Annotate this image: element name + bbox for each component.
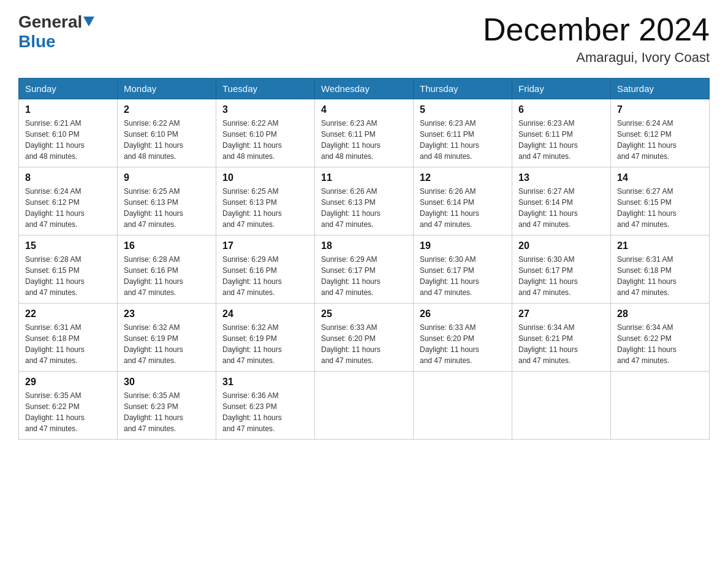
title-block: December 2024 Amaragui, Ivory Coast [483, 12, 710, 66]
day-number: 13 [518, 172, 604, 183]
calendar-cell: 7Sunrise: 6:24 AMSunset: 6:12 PMDaylight… [611, 99, 710, 167]
calendar-cell: 23Sunrise: 6:32 AMSunset: 6:19 PMDayligh… [118, 304, 216, 372]
day-info: Sunrise: 6:29 AMSunset: 6:17 PMDaylight:… [321, 254, 407, 298]
day-info: Sunrise: 6:21 AMSunset: 6:10 PMDaylight:… [25, 118, 111, 162]
calendar-cell: 12Sunrise: 6:26 AMSunset: 6:14 PMDayligh… [414, 167, 512, 236]
day-info: Sunrise: 6:30 AMSunset: 6:17 PMDaylight:… [518, 254, 604, 298]
calendar-cell: 3Sunrise: 6:22 AMSunset: 6:10 PMDaylight… [216, 99, 315, 167]
calendar-cell: 13Sunrise: 6:27 AMSunset: 6:14 PMDayligh… [512, 167, 611, 236]
day-info: Sunrise: 6:28 AMSunset: 6:16 PMDaylight:… [124, 254, 210, 298]
calendar-week-3: 15Sunrise: 6:28 AMSunset: 6:15 PMDayligh… [19, 236, 710, 304]
logo-arrow-icon [83, 17, 94, 29]
day-info: Sunrise: 6:30 AMSunset: 6:17 PMDaylight:… [420, 254, 506, 298]
calendar-cell: 17Sunrise: 6:29 AMSunset: 6:16 PMDayligh… [216, 236, 315, 304]
calendar-week-2: 8Sunrise: 6:24 AMSunset: 6:12 PMDaylight… [19, 167, 710, 236]
logo-blue-text: Blue [18, 32, 56, 51]
calendar-cell: 31Sunrise: 6:36 AMSunset: 6:23 PMDayligh… [216, 372, 315, 440]
calendar-table: SundayMondayTuesdayWednesdayThursdayFrid… [18, 78, 710, 440]
calendar-cell: 30Sunrise: 6:35 AMSunset: 6:23 PMDayligh… [118, 372, 216, 440]
calendar-cell: 14Sunrise: 6:27 AMSunset: 6:15 PMDayligh… [611, 167, 710, 236]
day-number: 21 [617, 240, 703, 251]
weekday-header-monday: Monday [118, 79, 216, 99]
day-info: Sunrise: 6:35 AMSunset: 6:22 PMDaylight:… [25, 390, 111, 434]
day-info: Sunrise: 6:23 AMSunset: 6:11 PMDaylight:… [321, 118, 407, 162]
calendar-cell: 2Sunrise: 6:22 AMSunset: 6:10 PMDaylight… [118, 99, 216, 167]
calendar-cell: 27Sunrise: 6:34 AMSunset: 6:21 PMDayligh… [512, 304, 611, 372]
calendar-cell: 25Sunrise: 6:33 AMSunset: 6:20 PMDayligh… [315, 304, 414, 372]
day-info: Sunrise: 6:31 AMSunset: 6:18 PMDaylight:… [617, 254, 703, 298]
calendar-cell: 11Sunrise: 6:26 AMSunset: 6:13 PMDayligh… [315, 167, 414, 236]
calendar-cell: 6Sunrise: 6:23 AMSunset: 6:11 PMDaylight… [512, 99, 611, 167]
day-number: 16 [124, 240, 210, 251]
weekday-header-row: SundayMondayTuesdayWednesdayThursdayFrid… [19, 79, 710, 99]
calendar-cell: 8Sunrise: 6:24 AMSunset: 6:12 PMDaylight… [19, 167, 118, 236]
weekday-header-friday: Friday [512, 79, 611, 99]
calendar-week-5: 29Sunrise: 6:35 AMSunset: 6:22 PMDayligh… [19, 372, 710, 440]
day-number: 8 [25, 172, 111, 183]
calendar-cell: 24Sunrise: 6:32 AMSunset: 6:19 PMDayligh… [216, 304, 315, 372]
svg-marker-0 [83, 17, 94, 26]
day-info: Sunrise: 6:27 AMSunset: 6:14 PMDaylight:… [518, 186, 604, 230]
calendar-cell: 10Sunrise: 6:25 AMSunset: 6:13 PMDayligh… [216, 167, 315, 236]
calendar-body: 1Sunrise: 6:21 AMSunset: 6:10 PMDaylight… [19, 99, 710, 440]
day-number: 1 [25, 104, 111, 115]
calendar-cell: 21Sunrise: 6:31 AMSunset: 6:18 PMDayligh… [611, 236, 710, 304]
calendar-cell: 20Sunrise: 6:30 AMSunset: 6:17 PMDayligh… [512, 236, 611, 304]
day-info: Sunrise: 6:24 AMSunset: 6:12 PMDaylight:… [25, 186, 111, 230]
weekday-header-tuesday: Tuesday [216, 79, 315, 99]
calendar-cell: 5Sunrise: 6:23 AMSunset: 6:11 PMDaylight… [414, 99, 512, 167]
day-number: 6 [518, 104, 604, 115]
calendar-cell: 1Sunrise: 6:21 AMSunset: 6:10 PMDaylight… [19, 99, 118, 167]
day-number: 25 [321, 308, 407, 320]
day-info: Sunrise: 6:33 AMSunset: 6:20 PMDaylight:… [321, 322, 407, 366]
calendar-cell: 22Sunrise: 6:31 AMSunset: 6:18 PMDayligh… [19, 304, 118, 372]
day-info: Sunrise: 6:36 AMSunset: 6:23 PMDaylight:… [222, 390, 308, 434]
calendar-cell [512, 372, 611, 440]
weekday-header-saturday: Saturday [611, 79, 710, 99]
location-subtitle: Amaragui, Ivory Coast [483, 50, 710, 66]
day-info: Sunrise: 6:24 AMSunset: 6:12 PMDaylight:… [617, 118, 703, 162]
day-number: 30 [124, 377, 210, 388]
logo: General Blue [18, 12, 94, 52]
day-number: 7 [617, 104, 703, 115]
logo-general-text: General [18, 12, 82, 32]
day-number: 20 [518, 240, 604, 251]
day-number: 15 [25, 240, 111, 251]
day-info: Sunrise: 6:35 AMSunset: 6:23 PMDaylight:… [124, 390, 210, 434]
day-number: 5 [420, 104, 506, 115]
calendar-cell [611, 372, 710, 440]
weekday-header-thursday: Thursday [414, 79, 512, 99]
day-number: 31 [222, 377, 308, 388]
calendar-cell: 16Sunrise: 6:28 AMSunset: 6:16 PMDayligh… [118, 236, 216, 304]
day-info: Sunrise: 6:26 AMSunset: 6:14 PMDaylight:… [420, 186, 506, 230]
calendar-cell: 29Sunrise: 6:35 AMSunset: 6:22 PMDayligh… [19, 372, 118, 440]
day-info: Sunrise: 6:26 AMSunset: 6:13 PMDaylight:… [321, 186, 407, 230]
day-info: Sunrise: 6:34 AMSunset: 6:22 PMDaylight:… [617, 322, 703, 366]
day-number: 19 [420, 240, 506, 251]
calendar-cell: 26Sunrise: 6:33 AMSunset: 6:20 PMDayligh… [414, 304, 512, 372]
day-info: Sunrise: 6:25 AMSunset: 6:13 PMDaylight:… [124, 186, 210, 230]
day-info: Sunrise: 6:23 AMSunset: 6:11 PMDaylight:… [420, 118, 506, 162]
day-number: 3 [222, 104, 308, 115]
day-number: 28 [617, 308, 703, 320]
calendar-cell: 28Sunrise: 6:34 AMSunset: 6:22 PMDayligh… [611, 304, 710, 372]
day-number: 23 [124, 308, 210, 320]
day-number: 27 [518, 308, 604, 320]
day-number: 18 [321, 240, 407, 251]
weekday-header-wednesday: Wednesday [315, 79, 414, 99]
calendar-cell: 18Sunrise: 6:29 AMSunset: 6:17 PMDayligh… [315, 236, 414, 304]
day-number: 29 [25, 377, 111, 388]
calendar-cell [414, 372, 512, 440]
calendar-cell: 4Sunrise: 6:23 AMSunset: 6:11 PMDaylight… [315, 99, 414, 167]
calendar-week-1: 1Sunrise: 6:21 AMSunset: 6:10 PMDaylight… [19, 99, 710, 167]
day-info: Sunrise: 6:32 AMSunset: 6:19 PMDaylight:… [124, 322, 210, 366]
day-info: Sunrise: 6:28 AMSunset: 6:15 PMDaylight:… [25, 254, 111, 298]
day-info: Sunrise: 6:34 AMSunset: 6:21 PMDaylight:… [518, 322, 604, 366]
calendar-cell: 19Sunrise: 6:30 AMSunset: 6:17 PMDayligh… [414, 236, 512, 304]
calendar-week-4: 22Sunrise: 6:31 AMSunset: 6:18 PMDayligh… [19, 304, 710, 372]
day-number: 2 [124, 104, 210, 115]
day-info: Sunrise: 6:33 AMSunset: 6:20 PMDaylight:… [420, 322, 506, 366]
month-title: December 2024 [483, 12, 710, 47]
page-header: General Blue December 2024 Amaragui, Ivo… [18, 12, 710, 66]
calendar-header: SundayMondayTuesdayWednesdayThursdayFrid… [19, 79, 710, 99]
